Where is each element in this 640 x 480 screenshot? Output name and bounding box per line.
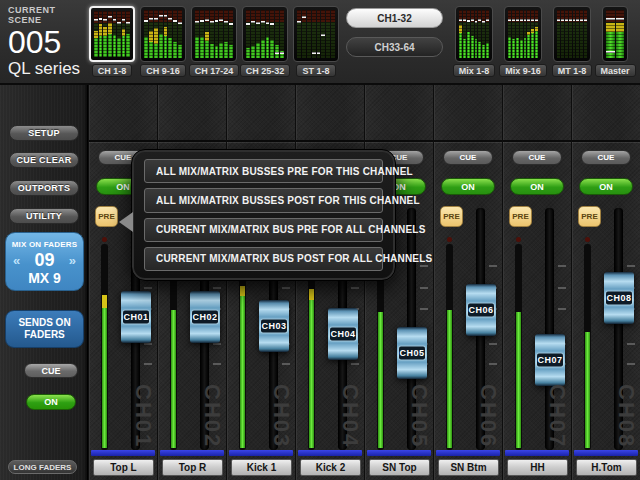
fader-scale-tick — [420, 308, 428, 310]
cue-button[interactable]: CUE — [443, 150, 493, 165]
meter-block-mix-9-16[interactable]: Mix 9-16 — [504, 6, 542, 77]
meter-screen — [602, 6, 628, 62]
next-mix-icon[interactable]: » — [69, 253, 76, 268]
utility-button[interactable]: UTILITY — [9, 208, 79, 224]
strip-top-section — [503, 85, 571, 142]
meter-bar — [471, 10, 474, 58]
meter-screen — [455, 6, 493, 62]
strip-top-section — [227, 85, 295, 142]
meter-block-mix-1-8[interactable]: Mix 1-8 — [455, 6, 493, 77]
popup-item-current-pre[interactable]: CURRENT MIX/MATRIX BUS PRE FOR ALL CHANN… — [144, 218, 383, 242]
meter-block-master[interactable]: Master — [602, 6, 628, 77]
channel-name-button[interactable]: SN Top — [369, 459, 430, 476]
meter-block-mt-1-8[interactable]: MT 1-8 — [553, 6, 591, 77]
meter-tab-label[interactable]: Master — [595, 64, 636, 77]
channel-number-watermark: CH02 — [199, 384, 225, 448]
fader-knob[interactable]: CH05 — [397, 327, 427, 379]
mix-on-faders-panel[interactable]: MIX ON FADERS « 09 » MX 9 — [5, 232, 84, 291]
on-button[interactable]: ON — [510, 178, 564, 195]
pre-badge[interactable]: PRE — [95, 206, 118, 227]
meter-tab-label[interactable]: Mix 1-8 — [453, 64, 496, 77]
channel-color-bar — [298, 450, 362, 456]
channel-strip-ch08: CUEONPRECH08CH08H.Tom — [571, 85, 640, 480]
meter-bar — [312, 10, 316, 58]
on-button[interactable]: ON — [441, 178, 495, 195]
bank-button-ch1-32[interactable]: CH1-32 — [346, 8, 443, 28]
meter-block-ch-9-16[interactable]: CH 9-16 — [140, 6, 186, 77]
sidebar: SETUP CUE CLEAR OUTPORTS UTILITY MIX ON … — [0, 85, 88, 480]
meter-bar — [261, 10, 265, 58]
channel-number-watermark: CH05 — [406, 384, 432, 448]
sidebar-cue-button[interactable]: CUE — [24, 363, 78, 378]
meter-screen — [140, 6, 186, 62]
sends-on-faders-button[interactable]: SENDS ONFADERS — [5, 310, 84, 348]
meter-block-ch-17-24[interactable]: CH 17-24 — [191, 6, 237, 77]
outports-button[interactable]: OUTPORTS — [9, 180, 79, 196]
popup-item-all-post[interactable]: ALL MIX/MATRIX BUSSES POST FOR THIS CHAN… — [144, 188, 383, 212]
meter-block-ch-1-8[interactable]: CH 1-8 — [89, 6, 135, 77]
meter-bar — [297, 10, 301, 58]
channel-color-bar — [229, 450, 293, 456]
prev-mix-icon[interactable]: « — [13, 253, 20, 268]
meter-bar — [482, 10, 485, 58]
channel-name-button[interactable]: SN Btm — [438, 459, 499, 476]
meter-bar — [535, 10, 538, 58]
clip-indicator — [585, 237, 590, 242]
meter-block-ch-25-32[interactable]: CH 25-32 — [242, 6, 288, 77]
meter-block-st-1-8[interactable]: ST 1-8 — [293, 6, 339, 77]
channel-strip-ch06: CUEONPRECH06CH06SN Btm — [433, 85, 502, 480]
setup-button[interactable]: SETUP — [9, 125, 79, 141]
channel-name-button[interactable]: Kick 1 — [231, 459, 292, 476]
meter-bar — [113, 11, 117, 57]
meter-tab-label[interactable]: CH 25-32 — [240, 64, 291, 77]
channel-name-button[interactable]: Kick 2 — [300, 459, 361, 476]
fader-knob[interactable]: CH02 — [190, 291, 220, 343]
fader-scale-tick — [144, 343, 152, 345]
meter-tab-label[interactable]: Mix 9-16 — [499, 64, 547, 77]
meter-tab-label[interactable]: MT 1-8 — [552, 64, 593, 77]
bank-button-ch33-64[interactable]: CH33-64 — [346, 37, 443, 57]
cue-button[interactable]: CUE — [512, 150, 562, 165]
pre-badge[interactable]: PRE — [440, 206, 463, 227]
meter-bar — [266, 10, 270, 58]
pre-badge[interactable]: PRE — [578, 206, 601, 227]
meter-tab-label[interactable]: CH 9-16 — [140, 64, 186, 77]
meter-tab-label[interactable]: CH 1-8 — [92, 64, 133, 77]
meter-bar — [168, 10, 172, 58]
pre-badge[interactable]: PRE — [509, 206, 532, 227]
meter-screen — [504, 6, 542, 62]
meter-bar — [122, 11, 126, 57]
long-faders-button[interactable]: LONG FADERS — [8, 460, 77, 474]
fader-knob[interactable]: CH03 — [259, 300, 289, 352]
channel-name-button[interactable]: Top R — [162, 459, 223, 476]
fader-knob[interactable]: CH04 — [328, 308, 358, 360]
meter-tab-label[interactable]: CH 17-24 — [189, 64, 240, 77]
strip-top-section — [89, 85, 157, 142]
meter-bar — [178, 10, 182, 58]
fader-knob[interactable]: CH06 — [466, 284, 496, 336]
channel-name-button[interactable]: HH — [507, 459, 568, 476]
sidebar-on-button[interactable]: ON — [26, 394, 76, 410]
cue-button[interactable]: CUE — [581, 150, 631, 165]
fader-knob-label: CH01 — [123, 311, 149, 324]
ql-stagemix-app: CURRENT SCENE 005 QL series CH 1-8CH 9-1… — [0, 0, 640, 480]
channel-name-button[interactable]: Top L — [93, 459, 154, 476]
meter-bar — [108, 11, 112, 57]
popup-item-current-post[interactable]: CURRENT MIX/MATRIX BUS POST FOR ALL CHAN… — [144, 247, 383, 271]
fader-knob[interactable]: CH01 — [121, 291, 151, 343]
channel-meter — [101, 244, 108, 450]
popup-item-all-pre[interactable]: ALL MIX/MATRIX BUSSES PRE FOR THIS CHANN… — [144, 159, 383, 183]
channel-name-button[interactable]: H.Tom — [576, 459, 637, 476]
pre-post-popup: ALL MIX/MATRIX BUSSES PRE FOR THIS CHANN… — [131, 149, 396, 281]
fader-knob[interactable]: CH08 — [604, 272, 634, 324]
channel-meter — [446, 244, 453, 450]
meter-tab-label[interactable]: ST 1-8 — [296, 64, 335, 77]
channel-strip-ch01: CUEONPRECH01CH01Top L — [88, 85, 157, 480]
cue-clear-button[interactable]: CUE CLEAR — [9, 152, 79, 168]
fader-knob[interactable]: CH07 — [535, 334, 565, 386]
channel-strips: CUEONPRECH01CH01Top LCUEONPRECH02CH02Top… — [88, 85, 640, 480]
meter-bar — [321, 10, 325, 58]
fader-scale-tick — [627, 265, 635, 267]
fader-scale-tick — [558, 265, 566, 267]
on-button[interactable]: ON — [579, 178, 633, 195]
